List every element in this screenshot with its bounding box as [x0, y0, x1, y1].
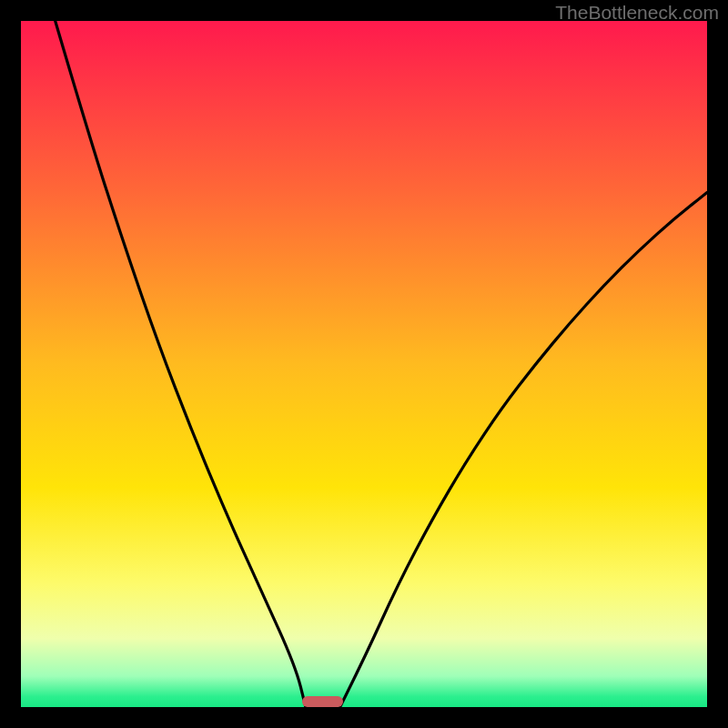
right-curve	[340, 193, 707, 708]
left-curve	[56, 21, 306, 707]
bottleneck-marker	[302, 696, 343, 707]
watermark-text: TheBottleneck.com	[555, 2, 719, 24]
chart-frame: TheBottleneck.com	[0, 0, 728, 728]
curves-layer	[21, 21, 707, 707]
plot-area	[21, 21, 707, 707]
